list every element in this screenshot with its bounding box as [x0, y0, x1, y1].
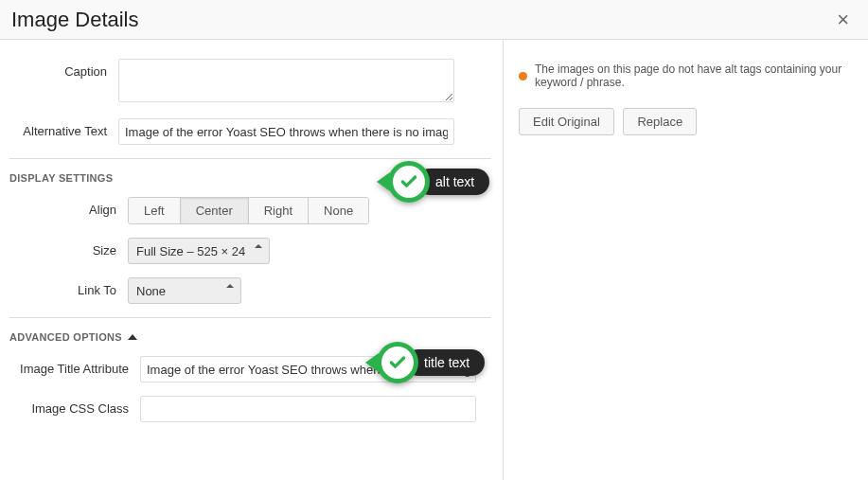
linkto-row: Link To None: [9, 277, 491, 304]
css-class-row: Image CSS Class: [9, 396, 491, 422]
caption-control: [118, 59, 503, 105]
css-class-control: [140, 396, 491, 422]
title-attr-label: Image Title Attribute: [9, 356, 140, 376]
modal-title: Image Details: [11, 8, 139, 32]
alt-text-control: [118, 118, 503, 145]
advanced-options-label: ADVANCED OPTIONS: [9, 331, 122, 343]
css-class-input[interactable]: [140, 396, 476, 422]
modal-body: Caption Alternative Text DISPLAY SETTING…: [0, 40, 868, 480]
left-panel: Caption Alternative Text DISPLAY SETTING…: [0, 40, 503, 480]
title-text-callout: title text: [365, 342, 485, 383]
alt-text-input[interactable]: [118, 118, 454, 145]
size-control: Full Size – 525 × 24: [128, 238, 491, 264]
callout-badge: [377, 342, 418, 383]
align-left-button[interactable]: Left: [129, 198, 181, 223]
css-class-label: Image CSS Class: [9, 396, 140, 416]
seo-notice-text: The images on this page do not have alt …: [535, 62, 853, 89]
checkmark-icon: [388, 353, 407, 372]
linkto-label: Link To: [9, 277, 128, 297]
alt-text-row: Alternative Text: [0, 118, 503, 145]
align-button-group: Left Center Right None: [128, 197, 369, 224]
chevron-up-icon: [128, 334, 137, 340]
alt-text-label: Alternative Text: [0, 118, 118, 138]
status-dot-icon: [519, 72, 527, 80]
seo-notice: The images on this page do not have alt …: [519, 62, 853, 89]
size-select-wrap: Full Size – 525 × 24: [128, 238, 270, 264]
callout-badge: [388, 161, 430, 203]
align-right-button[interactable]: Right: [249, 198, 309, 223]
alt-text-callout: alt text: [377, 161, 489, 203]
align-center-button[interactable]: Center: [181, 198, 249, 223]
size-row: Size Full Size – 525 × 24: [9, 238, 491, 264]
edit-original-button[interactable]: Edit Original: [519, 108, 614, 135]
align-none-button[interactable]: None: [309, 198, 368, 223]
caption-label: Caption: [0, 59, 118, 79]
right-panel: The images on this page do not have alt …: [503, 40, 868, 480]
close-icon[interactable]: ×: [837, 8, 849, 32]
checkmark-icon: [399, 172, 418, 191]
caption-row: Caption: [0, 59, 503, 105]
align-label: Align: [9, 197, 128, 217]
caption-textarea[interactable]: [118, 59, 454, 102]
linkto-control: None: [128, 277, 491, 304]
size-select[interactable]: Full Size – 525 × 24: [128, 238, 270, 264]
linkto-select-wrap: None: [128, 277, 241, 304]
size-label: Size: [9, 238, 128, 258]
linkto-select[interactable]: None: [128, 277, 241, 304]
modal-header: Image Details ×: [0, 0, 868, 40]
replace-button[interactable]: Replace: [623, 108, 697, 135]
